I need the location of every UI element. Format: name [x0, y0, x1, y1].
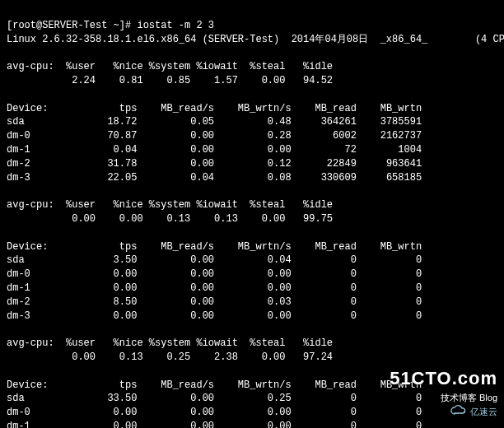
cpu-header: avg-cpu: %user %nice %system %iowait %st… [7, 199, 333, 211]
dev-row: dm-0 70.87 0.00 0.28 6002 2162737 [7, 130, 422, 142]
dev-header: Device: tps MB_read/s MB_wrtn/s MB_read … [7, 379, 422, 391]
dev-row: dm-3 22.05 0.04 0.08 330609 658185 [7, 172, 422, 184]
dev-row: dm-3 0.00 0.00 0.00 0 0 [7, 310, 422, 322]
command: iostat -m 2 3 [137, 20, 214, 31]
dev-row: dm-1 0.00 0.00 0.00 0 0 [7, 421, 422, 428]
watermark-site: 51CTO.com [390, 366, 497, 392]
cpu-header: avg-cpu: %user %nice %system %iowait %st… [7, 337, 333, 349]
dev-row: dm-1 0.04 0.00 0.00 72 1004 [7, 144, 422, 156]
dev-header: Device: tps MB_read/s MB_wrtn/s MB_read … [7, 241, 422, 253]
dev-row: dm-0 0.00 0.00 0.00 0 0 [7, 268, 422, 280]
dev-row: dm-1 0.00 0.00 0.00 0 0 [7, 282, 422, 294]
system-line: Linux 2.6.32-358.18.1.el6.x86_64 (SERVER… [7, 34, 504, 45]
dev-header: Device: tps MB_read/s MB_wrtn/s MB_read … [7, 103, 422, 114]
dev-row: dm-2 8.50 0.00 0.03 0 0 [7, 296, 422, 308]
cpu-row: 0.00 0.13 0.25 2.38 0.00 97.24 [7, 351, 333, 363]
cloud-icon [450, 404, 468, 420]
dev-row: sda 3.50 0.00 0.04 0 0 [7, 254, 422, 266]
terminal-output: [root@SERVER-Test ~]# iostat -m 2 3 Linu… [0, 0, 504, 428]
dev-row: sda 33.50 0.00 0.25 0 0 [7, 393, 422, 404]
watermark-sub: 亿速云 [470, 407, 497, 416]
dev-row: dm-2 31.78 0.00 0.12 22849 963641 [7, 158, 422, 170]
cpu-row: 2.24 0.81 0.85 1.57 0.00 94.52 [7, 75, 333, 86]
cpu-header: avg-cpu: %user %nice %system %iowait %st… [7, 61, 333, 72]
shell-prompt: [root@SERVER-Test ~]# [7, 20, 137, 31]
cpu-row: 0.00 0.00 0.13 0.13 0.00 99.75 [7, 213, 333, 225]
watermark: 51CTO.com 技术博客 Blog 亿速云 [390, 366, 497, 420]
dev-row: dm-0 0.00 0.00 0.00 0 0 [7, 407, 422, 418]
watermark-tagline: 技术博客 Blog [390, 392, 497, 404]
dev-row: sda 18.72 0.05 0.48 364261 3785591 [7, 116, 422, 128]
